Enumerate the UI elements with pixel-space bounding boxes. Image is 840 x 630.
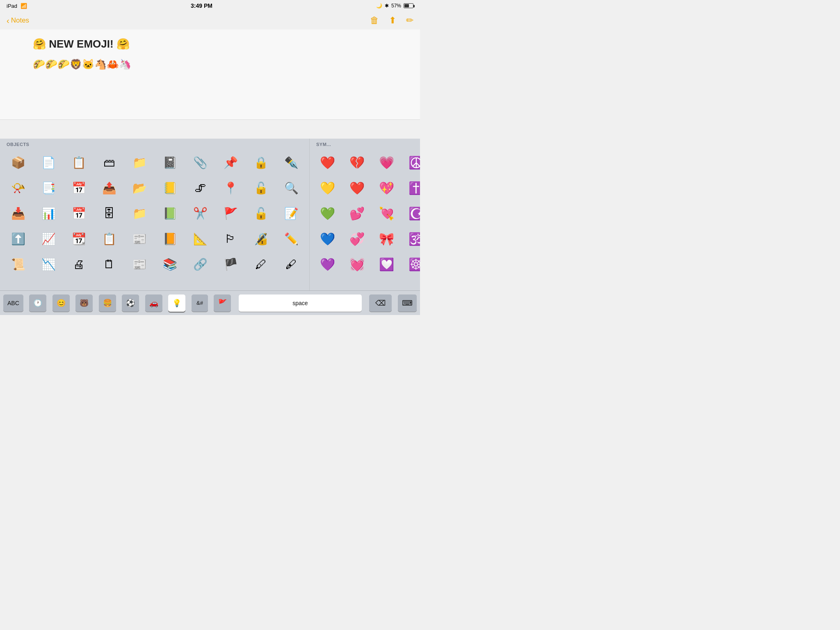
emoji-orangebook[interactable]: 📙 — [155, 226, 185, 251]
emoji-memo[interactable]: 📝 — [276, 201, 306, 226]
emoji-books[interactable]: 📚 — [155, 252, 185, 276]
emoji-roundpin[interactable]: 📍 — [216, 176, 245, 200]
emoji-calendar[interactable]: 📅 — [64, 176, 94, 200]
emoji-triangle[interactable]: 📐 — [185, 226, 215, 251]
emoji-notebook[interactable]: 📓 — [155, 150, 185, 175]
sym-heart-arrow[interactable]: 💘 — [372, 201, 401, 226]
sports-key[interactable]: ⚽ — [122, 294, 139, 312]
compose-button[interactable]: ✏ — [406, 15, 413, 26]
emoji-page[interactable]: 📄 — [34, 150, 63, 175]
emoji-redpen[interactable]: 🖋 — [276, 252, 306, 276]
sym-heart-broken[interactable]: 💔 — [342, 150, 371, 175]
abc-key[interactable]: ABC — [3, 294, 23, 312]
food-key[interactable]: 🍔 — [99, 294, 116, 312]
emoji-lock[interactable]: 🔒 — [246, 150, 276, 175]
emoji-unlock2[interactable]: 🔓 — [246, 201, 276, 226]
sym-heart-beat[interactable]: 💓 — [342, 252, 371, 276]
sym-heart-yellow[interactable]: 💛 — [313, 176, 342, 200]
status-left: iPad 📶 — [7, 3, 27, 9]
emoji-clips[interactable]: 🖇 — [185, 176, 215, 200]
sym-heart-two[interactable]: 💕 — [342, 201, 371, 226]
sports-icon: ⚽ — [126, 299, 135, 308]
emoji-spiralnote[interactable]: 🗒 — [94, 252, 124, 276]
sym-cross[interactable]: ✝️ — [402, 176, 420, 200]
travel-key[interactable]: 🚗 — [145, 294, 162, 312]
note-body[interactable]: 🌮🌮🌮🦁🐱🐴🦀🦄 — [33, 57, 387, 72]
emoji-clipboard3[interactable]: 📋 — [94, 226, 124, 251]
emoji-linechart[interactable]: 📈 — [34, 226, 63, 251]
keyboard-toolbar: ABC 🕐 😊 🐻 🍔 ⚽ 🚗 💡 &# 🚩 space — [0, 290, 420, 315]
emoji-news2[interactable]: 📰 — [125, 252, 154, 276]
symbols-key[interactable]: &# — [192, 294, 208, 312]
emoji-clipboard2[interactable]: 📋 — [64, 150, 94, 175]
emoji-docs[interactable]: 📑 — [34, 176, 63, 200]
emoji-link[interactable]: 🔗 — [185, 252, 215, 276]
objects-key[interactable]: 💡 — [168, 294, 185, 312]
back-label: Notes — [11, 16, 29, 25]
emoji-downchart[interactable]: 📉 — [34, 252, 63, 276]
smileys-key[interactable]: 😊 — [52, 294, 70, 312]
emoji-greenbook[interactable]: 📗 — [155, 201, 185, 226]
sym-heart-box[interactable]: 💟 — [372, 252, 401, 276]
emoji-chart[interactable]: 📊 — [34, 201, 63, 226]
emoji-cal2[interactable]: 📅 — [64, 201, 94, 226]
smileys-icon: 😊 — [57, 299, 66, 308]
emoji-upload[interactable]: ⬆️ — [3, 226, 33, 251]
emoji-folder[interactable]: 📁 — [125, 150, 154, 175]
keyboard-toggle[interactable]: ⌨ — [398, 294, 417, 312]
emoji-pen[interactable]: ✒️ — [276, 150, 306, 175]
emoji-scroll[interactable]: 📜 — [3, 252, 33, 276]
sym-dharma[interactable]: ☸️ — [402, 252, 420, 276]
emoji-blackpen[interactable]: 🖊 — [246, 252, 276, 276]
emoji-whiteflag[interactable]: 🏳 — [216, 226, 245, 251]
sym-heart-red2[interactable]: ❤️ — [342, 176, 371, 200]
space-key[interactable]: space — [239, 294, 362, 312]
emoji-flag[interactable]: 🚩 — [216, 201, 245, 226]
emoji-magnify[interactable]: 🔍 — [276, 176, 306, 200]
emoji-horn[interactable]: 📯 — [3, 176, 33, 200]
sym-heart-ribbon[interactable]: 🎀 — [372, 226, 401, 251]
emoji-folder2[interactable]: 📁 — [125, 201, 154, 226]
emoji-news[interactable]: 📰 — [125, 226, 154, 251]
sym-heart-purple[interactable]: 💜 — [313, 252, 342, 276]
sym-heart-sparkling[interactable]: 💖 — [372, 176, 401, 200]
sym-om[interactable]: 🕉️ — [402, 226, 420, 251]
emoji-blackflag[interactable]: 🏴 — [216, 252, 245, 276]
sym-heart-revolving[interactable]: 💞 — [342, 226, 371, 251]
sym-heart-pink[interactable]: 💗 — [372, 150, 401, 175]
emoji-scissors[interactable]: ✂️ — [185, 201, 215, 226]
emoji-pushpin[interactable]: 📌 — [216, 150, 245, 175]
emoji-printer[interactable]: 🖨 — [64, 252, 94, 276]
emoji-pencil[interactable]: ✏️ — [276, 226, 306, 251]
emoji-lockpen[interactable]: 🔏 — [246, 226, 276, 251]
sym-peace[interactable]: ☮️ — [402, 150, 420, 175]
moon-icon: 🌙 — [376, 3, 382, 9]
note-title[interactable]: 🤗 NEW EMOJI! 🤗 — [33, 38, 387, 50]
emoji-unlock[interactable]: 🔓 — [246, 176, 276, 200]
emoji-cabinet[interactable]: 🗃 — [94, 150, 124, 175]
emoji-inbox[interactable]: 📥 — [3, 201, 33, 226]
emoji-monthcal[interactable]: 📆 — [64, 226, 94, 251]
recents-icon: 🕐 — [33, 299, 42, 308]
sym-crescent[interactable]: ☪️ — [402, 201, 420, 226]
sym-heart-blue[interactable]: 💙 — [313, 226, 342, 251]
emoji-paperclip[interactable]: 📎 — [185, 150, 215, 175]
sym-heart-green[interactable]: 💚 — [313, 201, 342, 226]
status-time: 3:49 PM — [191, 2, 212, 9]
animals-key[interactable]: 🐻 — [75, 294, 93, 312]
trash-button[interactable]: 🗑 — [370, 15, 379, 26]
back-button[interactable]: ‹ Notes — [7, 16, 29, 25]
delete-key[interactable]: ⌫ — [369, 294, 392, 312]
flags-key[interactable]: 🚩 — [214, 294, 231, 312]
emoji-outbox[interactable]: 📤 — [94, 176, 124, 200]
device-name: iPad — [7, 3, 17, 9]
sym-heart-red[interactable]: ❤️ — [313, 150, 342, 175]
emoji-notebook2[interactable]: 📒 — [155, 176, 185, 200]
symbols-label: SYM... — [316, 142, 331, 147]
emoji-opendir[interactable]: 📂 — [125, 176, 154, 200]
objects-icon: 💡 — [172, 299, 181, 308]
recents-key[interactable]: 🕐 — [29, 294, 46, 312]
share-button[interactable]: ⬆ — [389, 15, 396, 26]
emoji-filing[interactable]: 🗄 — [94, 201, 124, 226]
emoji-box[interactable]: 📦 — [3, 150, 33, 175]
